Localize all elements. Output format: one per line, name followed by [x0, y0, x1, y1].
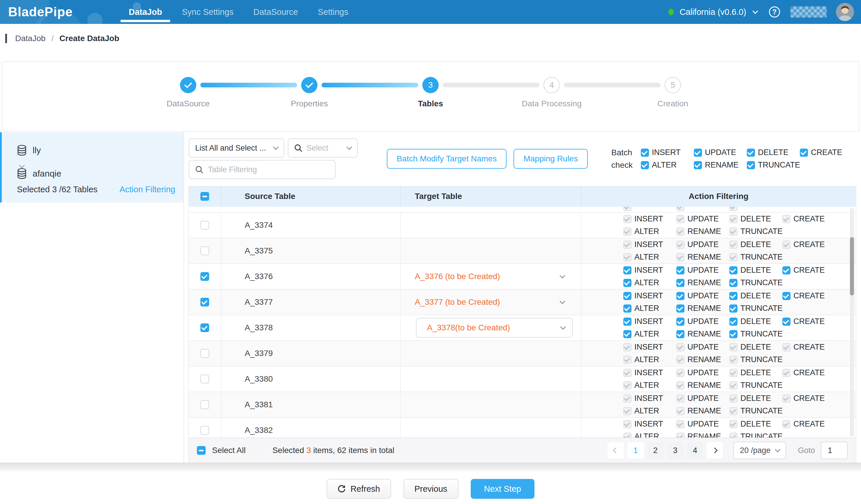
page-button-4[interactable]: 4 [687, 442, 703, 459]
nav-tab-settings[interactable]: Settings [308, 0, 358, 24]
row-select-checkbox[interactable] [201, 400, 209, 409]
action-checkbox-truncate[interactable] [729, 304, 738, 313]
select-page-checkbox[interactable] [201, 192, 209, 201]
avatar[interactable] [836, 3, 854, 21]
table-filter-input[interactable]: Table Filtering [189, 160, 336, 179]
select-all-checkbox[interactable] [197, 446, 206, 455]
batch-action-checkbox-rename[interactable] [694, 161, 702, 169]
page-button-3[interactable]: 3 [667, 442, 683, 459]
action-checkbox-rename[interactable] [676, 279, 684, 287]
step-datasource[interactable]: DataSource [180, 77, 196, 93]
header-checkbox-cell [189, 186, 221, 207]
step-tables[interactable]: 3Tables [422, 77, 439, 93]
row-select-checkbox[interactable] [201, 349, 209, 358]
breadcrumb-datajob[interactable]: DataJob [15, 34, 45, 43]
action-checkbox-delete[interactable] [729, 266, 738, 274]
step-number: 3 [422, 77, 439, 93]
action-create: CREATE [782, 240, 835, 249]
action-checkbox-alter[interactable] [623, 330, 631, 338]
action-checkbox-update[interactable] [676, 292, 684, 300]
action-checkbox-delete[interactable] [729, 317, 738, 326]
env-selector[interactable]: California (v0.6.0) [680, 7, 746, 17]
schema-pair-item-selected[interactable]: lly afanqie Selected 3 /62 [0, 132, 183, 203]
batch-action-checkbox-delete[interactable] [747, 149, 755, 157]
page-size-select[interactable]: 20 /page [734, 442, 786, 459]
help-icon[interactable]: ? [769, 6, 780, 17]
previous-button[interactable]: Previous [404, 479, 459, 499]
chevron-down-icon[interactable] [752, 8, 758, 14]
action-checkbox-insert[interactable] [623, 317, 631, 326]
goto-page-input[interactable]: 1 [821, 442, 848, 459]
row-select-checkbox[interactable] [201, 298, 209, 307]
action-checkbox-alter[interactable] [623, 304, 631, 313]
batch-action-checkbox-truncate[interactable] [747, 161, 755, 169]
target-table-select[interactable]: A_3376 (to be Created) [415, 272, 581, 281]
mapping-rules-button[interactable]: Mapping Rules [514, 149, 588, 169]
table-select[interactable]: Select [288, 138, 358, 158]
action-label-insert: INSERT [634, 215, 663, 223]
prev-page-button[interactable] [607, 442, 624, 459]
step-data-processing[interactable]: 4Data Processing [544, 77, 560, 93]
selected-count: 3 [306, 446, 311, 455]
batch-action-checkbox-alter[interactable] [641, 161, 649, 169]
action-checkbox-create[interactable] [782, 266, 791, 274]
nav-tabs: DataJobSync SettingsDataSourceSettings [119, 0, 358, 24]
action-delete: DELETE [729, 215, 782, 223]
next-step-button[interactable]: Next Step [471, 479, 534, 499]
step-creation[interactable]: 5Creation [665, 77, 681, 93]
target-table-select[interactable]: A_3377 (to be Created) [415, 298, 581, 307]
action-truncate: TRUNCATE [729, 227, 782, 236]
batch-action-checkbox-insert[interactable] [641, 149, 649, 157]
list-mode-select[interactable]: List All and Select ... [189, 138, 284, 158]
action-checkbox-alter[interactable] [623, 279, 631, 287]
step-properties[interactable]: Properties [301, 77, 317, 93]
action-checkbox-truncate[interactable] [729, 279, 738, 287]
action-checkbox-rename [676, 228, 684, 236]
batch-modify-target-names-button[interactable]: Batch Modify Target Names [387, 149, 507, 169]
refresh-button[interactable]: Refresh [327, 479, 391, 499]
row-checkbox-cell [189, 315, 221, 340]
page-button-2[interactable]: 2 [647, 442, 664, 459]
row-select-checkbox[interactable] [201, 221, 209, 230]
page-button-1[interactable]: 1 [627, 442, 644, 459]
action-checkbox-rename[interactable] [676, 330, 684, 338]
action-filtering-link[interactable]: Action Filtering [120, 185, 175, 194]
target-table-select[interactable]: A_3378(to be Created) [416, 318, 573, 338]
action-filtering-cell: INSERTUPDATEDELETECREATEALTERRENAMETRUNC… [582, 367, 856, 392]
step-connector [564, 83, 660, 87]
action-checkbox-truncate [729, 433, 738, 438]
action-checkbox-update[interactable] [676, 317, 684, 326]
batch-action-checkbox-create[interactable] [800, 149, 808, 157]
batch-action-label-rename: RENAME [705, 161, 739, 169]
row-select-checkbox[interactable] [201, 374, 209, 383]
action-checkbox-create[interactable] [782, 317, 791, 326]
scrollbar-thumb[interactable] [850, 237, 854, 296]
nav-tab-sync-settings[interactable]: Sync Settings [172, 0, 243, 24]
row-select-checkbox[interactable] [201, 246, 209, 255]
action-label-delete: DELETE [740, 266, 771, 275]
action-checkbox-insert[interactable] [623, 292, 631, 300]
action-insert: INSERT [623, 394, 676, 403]
action-checkbox-insert[interactable] [623, 266, 631, 274]
row-select-checkbox[interactable] [201, 272, 209, 281]
action-checkbox-rename [676, 356, 684, 364]
nav-tab-datajob[interactable]: DataJob [119, 0, 172, 24]
action-alter: ALTER [623, 406, 676, 416]
action-checkbox-update [676, 343, 684, 351]
next-page-button[interactable] [707, 442, 723, 459]
vertical-scrollbar[interactable] [850, 208, 854, 436]
action-checkbox-rename[interactable] [676, 304, 684, 313]
action-checkbox-create[interactable] [782, 292, 791, 300]
source-table-cell: A_3375 [221, 238, 401, 263]
action-checkbox-delete[interactable] [729, 292, 738, 300]
nav-tab-datasource[interactable]: DataSource [244, 0, 308, 24]
target-table-value: A_3376 (to be Created) [415, 272, 500, 281]
batch-action-checkbox-update[interactable] [694, 149, 702, 157]
row-select-checkbox[interactable] [201, 426, 209, 435]
action-alter: ALTER [623, 304, 676, 313]
row-select-checkbox[interactable] [201, 323, 209, 332]
action-checkbox-truncate[interactable] [729, 330, 738, 338]
action-checkbox-delete [729, 369, 738, 377]
action-checkbox-update[interactable] [676, 266, 684, 274]
action-alter: ALTER [623, 432, 676, 438]
